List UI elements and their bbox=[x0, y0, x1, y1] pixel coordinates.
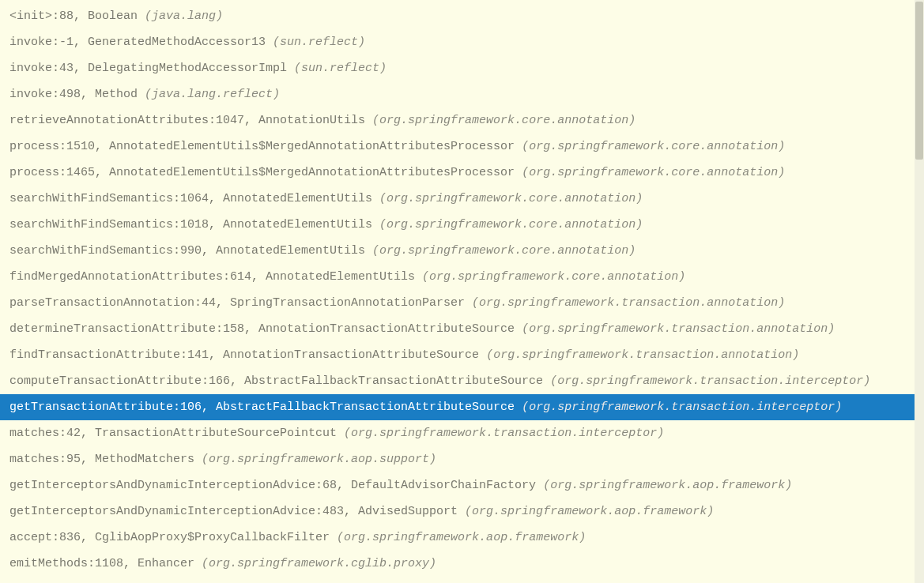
stack-frame-package: (org.springframework.aop.support) bbox=[202, 453, 436, 466]
stack-frame[interactable]: invoke:43, DelegatingMethodAccessorImpl … bbox=[0, 55, 924, 81]
stack-frame-package: (org.springframework.core.annotation) bbox=[522, 140, 785, 153]
stack-frame[interactable]: getTransactionAttribute:106, AbstractFal… bbox=[0, 394, 924, 420]
stack-frame-method: computeTransactionAttribute:166, Abstrac… bbox=[9, 374, 543, 388]
stack-frame[interactable]: matches:42, TransactionAttributeSourcePo… bbox=[0, 420, 924, 446]
stack-frame[interactable]: process:1510, AnnotatedElementUtils$Merg… bbox=[0, 134, 924, 160]
stack-frame-package: (org.springframework.transaction.interce… bbox=[522, 401, 842, 414]
stack-frame-method: invoke:43, DelegatingMethodAccessorImpl bbox=[9, 62, 287, 75]
stack-frame[interactable]: findTransactionAttribute:141, Annotation… bbox=[0, 342, 924, 368]
stack-frame[interactable]: retrieveAnnotationAttributes:1047, Annot… bbox=[0, 107, 924, 134]
stack-frame-package: (sun.reflect) bbox=[273, 36, 365, 49]
stack-frame-package: (java.lang) bbox=[145, 9, 223, 23]
stack-frame-package: (org.springframework.core.annotation) bbox=[372, 114, 635, 127]
stack-frame-package: (org.springframework.aop.framework) bbox=[337, 531, 586, 544]
stack-frame[interactable]: searchWithFindSemantics:1018, AnnotatedE… bbox=[0, 212, 924, 238]
stack-frame-method: searchWithFindSemantics:1018, AnnotatedE… bbox=[9, 218, 372, 231]
stack-frame-package: (org.springframework.transaction.interce… bbox=[550, 374, 870, 388]
stack-frame-method: accept:836, CglibAopProxy$ProxyCallbackF… bbox=[9, 531, 330, 544]
stack-frame-method: <init>:88, Boolean bbox=[9, 9, 138, 23]
stack-frame[interactable]: searchWithFindSemantics:990, AnnotatedEl… bbox=[0, 238, 924, 264]
stack-frame-method: getTransactionAttribute:106, AbstractFal… bbox=[9, 401, 515, 414]
stack-frame-method: process:1510, AnnotatedElementUtils$Merg… bbox=[9, 140, 515, 153]
stack-frame[interactable]: generateClass:630, Enhancer (org.springf… bbox=[0, 577, 924, 583]
scrollbar-track[interactable] bbox=[915, 0, 924, 583]
stack-frame[interactable]: matches:95, MethodMatchers (org.springfr… bbox=[0, 446, 924, 472]
stack-frame[interactable]: invoke:-1, GeneratedMethodAccessor13 (su… bbox=[0, 29, 924, 55]
stack-frame-package: (sun.reflect) bbox=[294, 62, 387, 75]
stack-frame-method: retrieveAnnotationAttributes:1047, Annot… bbox=[9, 114, 365, 127]
stack-frame-method: searchWithFindSemantics:1064, AnnotatedE… bbox=[9, 192, 372, 205]
stack-frame-method: getInterceptorsAndDynamicInterceptionAdv… bbox=[9, 505, 458, 518]
stack-frame-method: invoke:498, Method bbox=[9, 88, 138, 101]
stack-frame-package: (org.springframework.transaction.interce… bbox=[344, 427, 664, 440]
stack-frame[interactable]: determineTransactionAttribute:158, Annot… bbox=[0, 316, 924, 342]
stack-frame[interactable]: accept:836, CglibAopProxy$ProxyCallbackF… bbox=[0, 525, 924, 551]
stack-frame-package: (org.springframework.core.annotation) bbox=[372, 244, 635, 258]
stack-frame[interactable]: process:1465, AnnotatedElementUtils$Merg… bbox=[0, 160, 924, 186]
stack-frame[interactable]: emitMethods:1108, Enhancer (org.springfr… bbox=[0, 551, 924, 577]
stack-trace-panel[interactable]: <init>:88, Boolean (java.lang)invoke:-1,… bbox=[0, 0, 924, 583]
stack-frame[interactable]: getInterceptorsAndDynamicInterceptionAdv… bbox=[0, 498, 924, 525]
stack-frame-method: invoke:-1, GeneratedMethodAccessor13 bbox=[9, 36, 266, 49]
stack-frame[interactable]: parseTransactionAnnotation:44, SpringTra… bbox=[0, 290, 924, 316]
stack-frame-package: (org.springframework.core.annotation) bbox=[379, 218, 643, 231]
stack-frame-method: getInterceptorsAndDynamicInterceptionAdv… bbox=[9, 479, 536, 492]
stack-frame-method: matches:95, MethodMatchers bbox=[9, 453, 194, 466]
stack-frame[interactable]: searchWithFindSemantics:1064, AnnotatedE… bbox=[0, 186, 924, 212]
stack-frame-package: (org.springframework.transaction.annotat… bbox=[472, 296, 785, 310]
stack-frame[interactable]: <init>:88, Boolean (java.lang) bbox=[0, 3, 924, 29]
stack-frame-method: parseTransactionAnnotation:44, SpringTra… bbox=[9, 296, 465, 310]
stack-frame[interactable]: invoke:498, Method (java.lang.reflect) bbox=[0, 81, 924, 107]
stack-frame-method: findMergedAnnotationAttributes:614, Anno… bbox=[9, 270, 415, 284]
scrollbar-thumb[interactable] bbox=[915, 2, 923, 160]
stack-frame-package: (org.springframework.aop.framework) bbox=[465, 505, 714, 518]
stack-frame-package: (org.springframework.core.annotation) bbox=[379, 192, 643, 205]
stack-frame[interactable]: computeTransactionAttribute:166, Abstrac… bbox=[0, 368, 924, 394]
stack-frame-package: (org.springframework.core.annotation) bbox=[422, 270, 685, 284]
stack-frame[interactable]: getInterceptorsAndDynamicInterceptionAdv… bbox=[0, 472, 924, 498]
stack-frame-package: (org.springframework.cglib.proxy) bbox=[202, 557, 436, 570]
stack-frame-package: (java.lang.reflect) bbox=[145, 88, 280, 101]
stack-frame[interactable]: findMergedAnnotationAttributes:614, Anno… bbox=[0, 264, 924, 290]
stack-frame-method: process:1465, AnnotatedElementUtils$Merg… bbox=[9, 166, 515, 179]
stack-frame-method: matches:42, TransactionAttributeSourcePo… bbox=[9, 427, 337, 440]
stack-frame-method: findTransactionAttribute:141, Annotation… bbox=[9, 348, 479, 362]
stack-frame-method: searchWithFindSemantics:990, AnnotatedEl… bbox=[9, 244, 365, 258]
stack-frame-method: determineTransactionAttribute:158, Annot… bbox=[9, 322, 515, 336]
stack-frame-package: (org.springframework.transaction.annotat… bbox=[486, 348, 799, 362]
stack-frame-package: (org.springframework.aop.framework) bbox=[543, 479, 792, 492]
stack-frame-package: (org.springframework.core.annotation) bbox=[522, 166, 785, 179]
stack-frame-method: emitMethods:1108, Enhancer bbox=[9, 557, 194, 570]
stack-frame-package: (org.springframework.transaction.annotat… bbox=[522, 322, 835, 336]
